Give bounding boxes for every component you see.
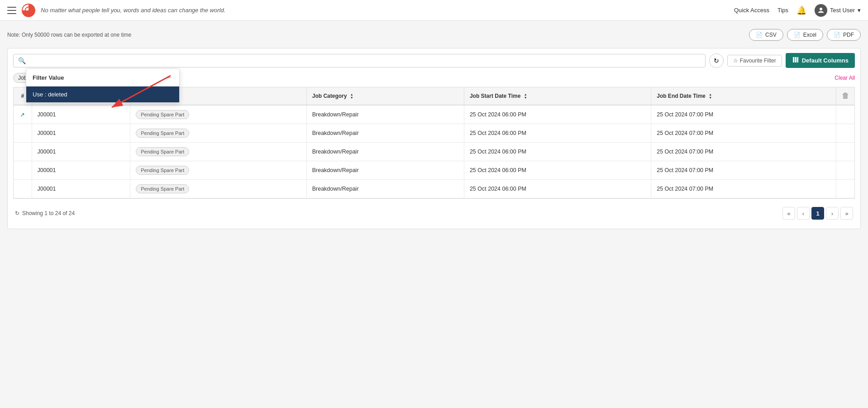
col-trash-header: 🗑 [836,87,855,105]
svg-rect-1 [793,57,794,62]
hamburger-menu-icon[interactable] [7,7,16,14]
table-row: J00001 Pending Spare Part Breakdown/Repa… [14,161,854,180]
next-page-button[interactable]: › [826,207,839,220]
pdf-doc-icon: 📄 [834,32,840,38]
chevron-down-icon: ▾ [858,7,861,14]
row-trash-cell [836,124,855,143]
main-content: Note: Only 50000 rows can be exported at… [0,21,868,234]
row-job-status: Pending Spare Part [130,143,306,161]
row-job-end: 25 Oct 2024 07:00 PM [651,124,836,143]
row-job-no: J00001 [32,105,130,124]
clear-all-button[interactable]: Clear All [835,75,855,81]
status-badge: Pending Spare Part [136,110,189,119]
row-job-start: 25 Oct 2024 06:00 PM [464,180,651,198]
app-logo [22,4,35,17]
quick-access-link[interactable]: Quick Access [734,7,769,14]
user-name: Test User [830,7,855,14]
filter-value-title: Filter Value [33,74,64,81]
row-hash [14,180,32,198]
svg-rect-2 [795,57,796,62]
row-trash-cell [836,180,855,198]
tips-link[interactable]: Tips [777,7,788,14]
external-link-icon[interactable]: ↗ [20,111,25,118]
col-job-category-label: Job Category [312,93,347,99]
table-row: J00001 Pending Spare Part Breakdown/Repa… [14,180,854,198]
row-hash [14,143,32,161]
col-job-start[interactable]: Job Start Date Time ▲▼ [464,87,651,105]
col-job-end[interactable]: Job End Date Time ▲▼ [651,87,836,105]
favourite-filter-label: Favourite Filter [740,58,776,64]
row-hash: ↗ [14,105,32,124]
notification-bell-icon[interactable]: 🔔 [796,5,806,15]
last-page-button[interactable]: » [840,207,853,220]
row-job-start: 25 Oct 2024 06:00 PM [464,143,651,161]
refresh-icon: ↻ [714,57,719,64]
table-row: J00001 Pending Spare Part Breakdown/Repa… [14,124,854,143]
refresh-small-icon[interactable]: ↻ [15,210,19,216]
export-buttons-group: 📄 CSV 📄 Excel 📄 PDF [749,29,861,41]
sort-icon[interactable]: ▲▼ [524,93,527,99]
showing-text-area: ↻ Showing 1 to 24 of 24 [15,210,75,216]
pagination-controls: « ‹ 1 › » [782,207,853,220]
pdf-label: PDF [843,32,854,38]
star-icon: ☆ [733,58,738,64]
row-trash-cell [836,105,855,124]
row-job-status: Pending Spare Part [130,124,306,143]
col-job-category[interactable]: Job Category ▲▼ [306,87,464,105]
user-menu[interactable]: Test User ▾ [815,4,861,17]
filter-dropdown-popup: Filter Value ← Use : deleted [26,68,180,103]
status-badge: Pending Spare Part [136,129,189,138]
row-job-category: Breakdown/Repair [306,143,464,161]
excel-export-button[interactable]: 📄 Excel [787,29,823,41]
table-row: ↗ J00001 Pending Spare Part Breakdown/Re… [14,105,854,124]
row-job-start: 25 Oct 2024 06:00 PM [464,161,651,180]
search-box[interactable]: 🔍 Update Content : deleted [13,54,706,67]
excel-doc-icon: 📄 [794,32,801,38]
col-job-start-label: Job Start Date Time [470,93,520,99]
csv-label: CSV [765,32,777,38]
row-trash-cell [836,143,855,161]
back-arrow-icon[interactable]: ← [166,73,173,82]
row-job-no: J00001 [32,161,130,180]
row-job-no: J00001 [32,124,130,143]
data-table-wrapper: # Job No ▲▼ Job Status ▲▼ Job Category ▲… [13,87,855,199]
row-job-end: 25 Oct 2024 07:00 PM [651,143,836,161]
export-bar: Note: Only 50000 rows can be exported at… [7,25,861,44]
row-trash-cell [836,161,855,180]
row-hash [14,124,32,143]
status-badge: Pending Spare Part [136,166,189,175]
row-job-category: Breakdown/Repair [306,180,464,198]
row-job-status: Pending Spare Part [130,105,306,124]
status-badge: Pending Spare Part [136,184,189,193]
row-job-start: 25 Oct 2024 06:00 PM [464,105,651,124]
col-job-end-label: Job End Date Time [657,93,706,99]
row-job-end: 25 Oct 2024 07:00 PM [651,161,836,180]
table-row: J00001 Pending Spare Part Breakdown/Repa… [14,143,854,161]
prev-page-button[interactable]: ‹ [797,207,810,220]
row-job-end: 25 Oct 2024 07:00 PM [651,105,836,124]
filter-use-deleted-option[interactable]: Use : deleted [26,86,179,102]
search-input[interactable]: Update Content : deleted [29,57,701,64]
pdf-export-button[interactable]: 📄 PDF [827,29,861,41]
row-job-category: Breakdown/Repair [306,105,464,124]
data-table: # Job No ▲▼ Job Status ▲▼ Job Category ▲… [14,87,854,198]
tagline: No matter what people tell you, words an… [41,7,225,14]
status-badge: Pending Spare Part [136,147,189,156]
row-job-category: Breakdown/Repair [306,124,464,143]
sort-icon[interactable]: ▲▼ [709,93,712,99]
search-row: 🔍 Update Content : deleted ↻ ☆ Favourite… [13,53,855,68]
row-job-status: Pending Spare Part [130,180,306,198]
top-navigation: No matter what people tell you, words an… [0,0,868,21]
sort-icon[interactable]: ▲▼ [350,93,353,99]
row-job-start: 25 Oct 2024 06:00 PM [464,124,651,143]
default-columns-label: Default Columns [802,57,849,64]
csv-export-button[interactable]: 📄 CSV [749,29,783,41]
trash-icon: 🗑 [842,92,849,100]
favourite-filter-button[interactable]: ☆ Favourite Filter [727,55,782,67]
first-page-button[interactable]: « [782,207,795,220]
page-1-button[interactable]: 1 [811,207,824,220]
svg-rect-3 [797,57,798,62]
export-note: Note: Only 50000 rows can be exported at… [7,32,131,38]
refresh-button[interactable]: ↻ [709,53,724,68]
default-columns-button[interactable]: Default Columns [786,53,855,68]
